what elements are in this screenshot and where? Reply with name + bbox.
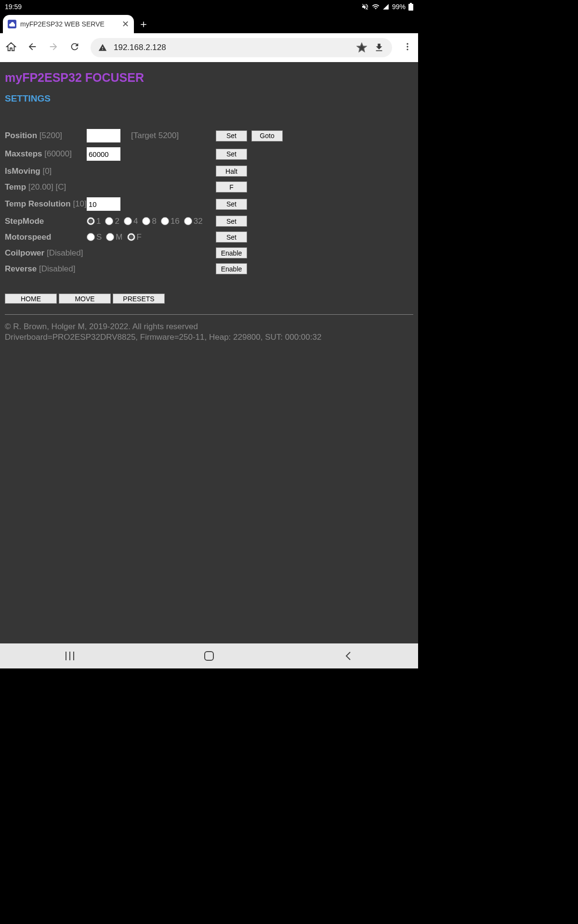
svg-point-2 xyxy=(407,49,408,50)
coilpower-enable-button[interactable]: Enable xyxy=(216,247,247,258)
stepmode-set-button[interactable]: Set xyxy=(216,216,247,227)
home-link-button[interactable]: HOME xyxy=(5,294,57,304)
stepmode-32-radio[interactable] xyxy=(184,217,192,225)
maxsteps-value: [60000] xyxy=(44,149,72,158)
svg-point-1 xyxy=(407,46,408,47)
browser-menu-icon[interactable] xyxy=(403,42,412,53)
stepmode-1-label: 1 xyxy=(96,217,101,226)
wifi-icon xyxy=(372,3,380,11)
url-field[interactable]: 192.168.2.128 xyxy=(91,38,392,57)
battery-icon xyxy=(408,3,413,11)
stepmode-8-radio[interactable] xyxy=(142,217,150,225)
temp-unit-button[interactable]: F xyxy=(216,181,247,192)
star-icon[interactable] xyxy=(356,42,367,53)
recent-apps-button[interactable] xyxy=(64,650,76,662)
maxsteps-input[interactable] xyxy=(87,147,120,161)
browser-urlbar: 192.168.2.128 xyxy=(0,33,418,62)
motorspeed-f-label: F xyxy=(137,232,142,242)
motorspeed-f-radio[interactable] xyxy=(127,233,135,241)
coilpower-value: [Disabled] xyxy=(47,248,83,257)
stepmode-1-radio[interactable] xyxy=(87,217,95,225)
tempres-value: [10] xyxy=(73,199,86,208)
new-tab-button[interactable]: ＋ xyxy=(134,15,153,33)
close-icon[interactable]: ✕ xyxy=(122,19,129,29)
temp-label: Temp xyxy=(5,182,26,192)
browser-tabbar: myFP2ESP32 WEB SERVE ✕ ＋ xyxy=(0,13,418,33)
position-value: [5200] xyxy=(39,131,62,140)
halt-button[interactable]: Halt xyxy=(216,166,247,177)
ismoving-label: IsMoving xyxy=(5,167,40,176)
position-input[interactable] xyxy=(87,129,120,142)
page-subtitle: SETTINGS xyxy=(5,93,413,104)
tempres-input[interactable] xyxy=(87,197,120,211)
target-label: [Target 5200] xyxy=(131,131,216,141)
position-goto-button[interactable]: Goto xyxy=(251,130,283,141)
statusbar-battery: 99% xyxy=(392,3,406,11)
maxsteps-label: Maxsteps xyxy=(5,149,42,158)
stepmode-8-label: 8 xyxy=(152,217,156,226)
stepmode-2-radio[interactable] xyxy=(105,217,113,225)
tab-title: myFP2ESP32 WEB SERVE xyxy=(20,20,118,28)
footer-info: Driverboard=PRO2ESP32DRV8825, Firmware=2… xyxy=(5,332,413,343)
motorspeed-s-radio[interactable] xyxy=(87,233,95,241)
stepmode-2-label: 2 xyxy=(115,217,119,226)
divider xyxy=(5,314,413,315)
reverse-label: Reverse xyxy=(5,264,37,273)
reload-icon[interactable] xyxy=(69,41,80,54)
position-set-button[interactable]: Set xyxy=(216,130,247,141)
nav-forward-icon xyxy=(48,41,59,54)
stepmode-4-radio[interactable] xyxy=(124,217,132,225)
motorspeed-s-label: S xyxy=(96,232,102,242)
position-label: Position xyxy=(5,131,37,140)
nav-back-icon[interactable] xyxy=(27,41,38,54)
motorspeed-m-label: M xyxy=(116,232,122,242)
motorspeed-label: Motorspeed xyxy=(5,232,51,242)
back-button[interactable] xyxy=(342,650,355,662)
svg-point-0 xyxy=(407,43,408,45)
stepmode-32-label: 32 xyxy=(194,217,203,226)
maxsteps-set-button[interactable]: Set xyxy=(216,149,247,160)
home-button[interactable] xyxy=(203,650,215,662)
stepmode-4-label: 4 xyxy=(133,217,138,226)
presets-link-button[interactable]: PRESETS xyxy=(113,294,165,304)
android-navbar xyxy=(0,643,418,668)
stepmode-label: StepMode xyxy=(5,217,44,226)
temp-value: [20.00] [C] xyxy=(28,182,66,192)
motorspeed-m-radio[interactable] xyxy=(106,233,114,241)
reverse-enable-button[interactable]: Enable xyxy=(216,263,247,274)
favicon-icon xyxy=(8,20,16,28)
page-content: myFP2ESP32 FOCUSER SETTINGS Position [52… xyxy=(0,62,418,643)
reverse-value: [Disabled] xyxy=(39,264,76,273)
ismoving-value: [0] xyxy=(42,167,52,176)
stepmode-16-label: 16 xyxy=(171,217,180,226)
page-title: myFP2ESP32 FOCUSER xyxy=(5,71,413,85)
tempres-label: Temp Resolution xyxy=(5,199,71,208)
motorspeed-set-button[interactable]: Set xyxy=(216,231,247,243)
svg-rect-3 xyxy=(205,652,213,660)
insecure-icon xyxy=(98,43,107,52)
stepmode-16-radio[interactable] xyxy=(161,217,169,225)
statusbar-time: 19:59 xyxy=(5,3,22,11)
url-text: 192.168.2.128 xyxy=(114,43,166,52)
footer-copyright: © R. Brown, Holger M, 2019-2022. All rig… xyxy=(5,321,413,332)
browser-tab[interactable]: myFP2ESP32 WEB SERVE ✕ xyxy=(3,15,134,33)
signal-icon xyxy=(382,3,389,10)
android-statusbar: 19:59 99% xyxy=(0,0,418,13)
home-icon[interactable] xyxy=(6,41,16,54)
tempres-set-button[interactable]: Set xyxy=(216,199,247,210)
move-link-button[interactable]: MOVE xyxy=(59,294,111,304)
coilpower-label: Coilpower xyxy=(5,248,44,257)
mute-icon xyxy=(361,3,369,11)
download-icon[interactable] xyxy=(374,42,384,53)
